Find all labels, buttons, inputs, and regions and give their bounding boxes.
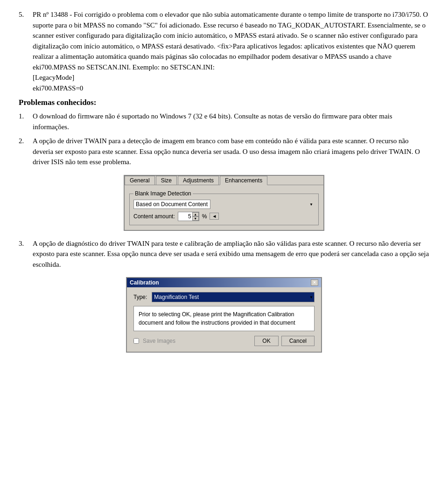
ok-button[interactable]: OK [254,336,278,346]
cal-close-button[interactable]: × [311,279,318,286]
percent-label: % [202,213,207,220]
group-content: Based on Document Content Content amount… [133,200,315,221]
section-heading: Problemas conhecidos: [19,98,429,107]
cal-type-select[interactable]: Magnification Test [152,292,315,302]
dialog1-body: Blank Image Detection Based on Document … [125,188,323,230]
tab-adjustments[interactable]: Adjustments [178,176,219,185]
list-item-kp2: 2. A opção de driver TWAIN para a detecç… [19,136,429,167]
calibration-dialog: Calibration × Type: Magnification Test P… [126,277,322,353]
item-number-5: 5. [19,9,33,93]
group-title: Blank Image Detection [133,190,193,197]
cal-title: Calibration [130,279,159,286]
cancel-button[interactable]: Cancel [281,336,315,346]
blank-detection-dropdown-wrapper[interactable]: Based on Document Content [133,200,315,209]
list-item-kp3: 3. A opção de diagnóstico do driver TWAI… [19,238,429,270]
tab-size[interactable]: Size [156,176,177,185]
list-item-kp1: 1. O download do firmware não é suportad… [19,111,429,132]
cal-footer: Save Images OK Cancel [133,336,315,346]
cal-type-row: Type: Magnification Test [133,292,315,302]
save-images-label: Save Images [143,338,175,344]
cal-info-box: Prior to selecting OK, please print the … [133,306,315,331]
save-images-checkbox[interactable] [133,338,139,344]
list-item-5: 5. PR nº 13488 - Foi corrigido o problem… [19,9,429,93]
kp3-text: A opção de diagnóstico do driver TWAIN p… [33,238,429,270]
spinner-wrapper[interactable]: ▲ ▼ [178,212,199,221]
cal-titlebar: Calibration × [127,278,321,287]
cal-buttons: OK Cancel [254,336,315,346]
kp3-number: 3. [19,238,33,270]
item-text-5: PR nº 13488 - Foi corrigido o problema c… [33,9,429,93]
cal-dialog-body: Type: Magnification Test Prior to select… [127,287,321,352]
blank-detection-select[interactable]: Based on Document Content [133,200,210,209]
blank-detection-dropdown-row: Based on Document Content [133,200,315,209]
cal-type-label: Type: [133,294,147,300]
scanner-dialog: General Size Adjustments Enhancements Bl… [124,175,324,231]
spinner-down-btn[interactable]: ▼ [192,216,199,221]
kp1-number: 1. [19,111,33,132]
main-content: 5. PR nº 13488 - Foi corrigido o problem… [19,9,429,353]
kp2-number: 2. [19,136,33,167]
cal-dropdown-wrapper[interactable]: Magnification Test [152,292,315,302]
spinner-up-btn[interactable]: ▲ [192,212,199,216]
content-amount-label: Content amount: [133,213,175,220]
kp2-text: A opção de driver TWAIN para a detecção … [33,136,429,167]
tab-bar: General Size Adjustments Enhancements [125,176,323,185]
content-amount-row: Content amount: ▲ ▼ % ◄ [133,212,315,221]
blank-image-detection-group: Blank Image Detection Based on Document … [129,194,319,225]
spinner-buttons: ▲ ▼ [192,212,199,221]
kp1-text: O download do firmware não é suportado n… [33,111,429,132]
tab-enhancements[interactable]: Enhancements [220,176,267,185]
arrow-button[interactable]: ◄ [210,213,219,220]
spinner-input[interactable] [178,213,192,220]
tab-general[interactable]: General [125,176,155,185]
